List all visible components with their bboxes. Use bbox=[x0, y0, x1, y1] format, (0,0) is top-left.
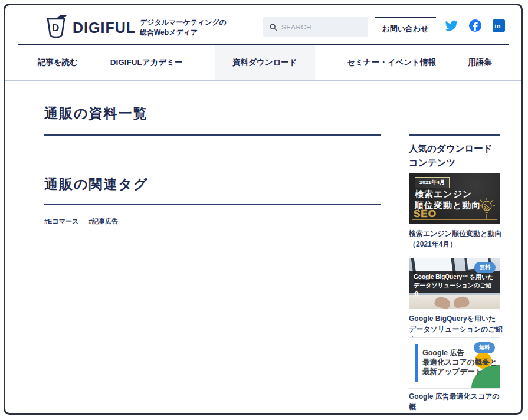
search-icon bbox=[269, 23, 277, 31]
digiful-logo-icon[interactable]: D bbox=[43, 12, 69, 42]
contact-link[interactable]: お問い合わせ bbox=[375, 17, 436, 34]
lightbulb-icon bbox=[477, 195, 497, 222]
brand-name[interactable]: DIGIFUL bbox=[73, 19, 136, 37]
nav-item-downloads[interactable]: 資料ダウンロード bbox=[215, 45, 315, 80]
social-icons: in bbox=[445, 19, 506, 32]
download-caption-google-ads[interactable]: Google 広告最適化スコアの概 要と最新アップデート bbox=[409, 391, 504, 415]
resources-underline bbox=[44, 134, 381, 136]
tags-underline bbox=[44, 204, 381, 205]
svg-text:in: in bbox=[494, 22, 500, 29]
facebook-icon[interactable] bbox=[468, 19, 482, 32]
thumb-title: 検索エンジン 順位変動と動向 bbox=[415, 188, 481, 211]
download-thumb-seo[interactable]: 2021年4月 検索エンジン 順位変動と動向 SEO bbox=[409, 173, 500, 224]
page-title-resources: 通販の資料一覧 bbox=[44, 104, 148, 123]
brand-tagline: デジタルマーケティングの 総合Webメディア bbox=[140, 18, 227, 38]
nav-bottom-divider bbox=[5, 80, 523, 81]
download-thumb-google-ads[interactable]: Google 広告 最適化スコアの概要と 最新アップデート 無料 bbox=[409, 337, 500, 389]
thumb-seo-text: SEO bbox=[414, 208, 437, 220]
page-title-tags: 通販の関連タグ bbox=[44, 175, 149, 193]
download-thumb-bigquery[interactable]: Google BigQuery™ を用いた データソリューションのご紹介 無料 bbox=[409, 258, 500, 309]
page: D DIGIFUL デジタルマーケティングの 総合Webメディア お問い合わせ … bbox=[4, 4, 523, 415]
tag-article-ads[interactable]: #記事広告 bbox=[88, 217, 118, 226]
thumb-title: Google BigQuery™ を用いた データソリューションのご紹介 bbox=[409, 271, 500, 293]
tag-ecommerce[interactable]: #Eコマース bbox=[44, 217, 78, 226]
nav-item-glossary[interactable]: 用語集 bbox=[468, 45, 492, 80]
nav-item-articles[interactable]: 記事を読む bbox=[38, 45, 78, 80]
twitter-icon[interactable] bbox=[445, 19, 458, 32]
linkedin-icon[interactable]: in bbox=[492, 19, 506, 32]
tag-list: #Eコマース #記事広告 bbox=[44, 217, 118, 226]
nav-item-seminars[interactable]: セミナー・イベント情報 bbox=[347, 45, 436, 80]
nav-item-academy[interactable]: DIGIFULアカデミー bbox=[110, 45, 183, 80]
blue-bar-shape bbox=[415, 344, 418, 382]
sidebar-title: 人気のダウンロード コンテンツ bbox=[409, 142, 509, 170]
search-input[interactable] bbox=[281, 24, 362, 31]
free-badge: 無料 bbox=[474, 342, 495, 353]
download-caption-seo[interactable]: 検索エンジン順位変動と動向 （2021年4月） bbox=[409, 228, 504, 250]
main-nav: 記事を読む DIGIFULアカデミー 資料ダウンロード セミナー・イベント情報 … bbox=[5, 45, 523, 80]
sidebar-top-rule bbox=[409, 134, 500, 136]
svg-text:D: D bbox=[52, 22, 59, 34]
thumb-date-badge: 2021年4月 bbox=[415, 177, 450, 188]
free-badge: 無料 bbox=[474, 262, 496, 273]
search-box[interactable] bbox=[263, 17, 368, 37]
